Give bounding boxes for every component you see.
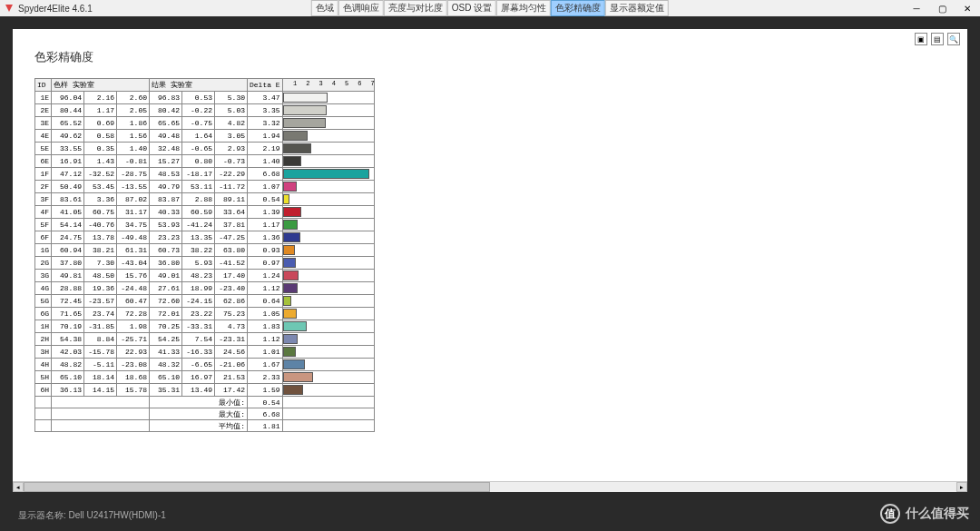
scroll-thumb[interactable] (24, 482, 490, 492)
cell-bar (282, 320, 374, 333)
delta-bar (283, 296, 291, 306)
tab-bar: 色域色调响应亮度与对比度OSD 设置屏幕均匀性色彩精确度显示器额定值 (311, 0, 669, 16)
cell-result: -18.17 (182, 168, 215, 181)
delta-bar (283, 118, 326, 128)
cell-sample: 1.56 (117, 130, 150, 143)
cell-sample: 13.78 (84, 231, 117, 244)
cell-bar (282, 155, 374, 168)
cell-sample: -5.11 (84, 359, 117, 371)
cell-result: 54.25 (150, 333, 182, 346)
scroll-track[interactable] (24, 482, 956, 492)
tool-icon-1[interactable]: ▣ (915, 33, 927, 45)
cell-result: 21.53 (215, 371, 248, 384)
cell-sample: 71.65 (52, 308, 84, 320)
summary-label: 平均值: (150, 420, 248, 432)
cell-delta: 1.17 (248, 219, 283, 231)
tab-2[interactable]: 亮度与对比度 (384, 0, 447, 16)
cell-sample: 0.69 (84, 117, 117, 130)
cell-delta: 1.24 (248, 270, 283, 282)
cell-bar (282, 371, 374, 384)
delta-bar (283, 372, 313, 382)
cell-result: -21.06 (215, 359, 248, 371)
cell-id: 5H (35, 371, 52, 384)
delta-bar (283, 309, 297, 319)
cell-sample: 65.52 (52, 117, 84, 130)
page-title: 色彩精确度 (34, 49, 953, 65)
cell-result: 65.65 (150, 117, 182, 130)
cell-sample: -0.81 (117, 155, 150, 168)
scroll-right-button[interactable]: ▸ (956, 482, 967, 492)
cell-sample: 23.74 (84, 308, 117, 320)
axis-tick: 7 (371, 80, 375, 87)
app-icon (4, 3, 15, 14)
delta-bar (283, 347, 296, 357)
cell-bar (282, 193, 374, 206)
delta-bar (283, 321, 307, 331)
cell-sample: -43.04 (117, 257, 150, 270)
cell-result: 35.31 (150, 384, 182, 397)
cell-result: 41.33 (150, 346, 182, 359)
close-button[interactable]: ✕ (955, 0, 980, 16)
table-row: 1F47.12-32.52-28.7548.53-18.17-22.296.68 (35, 168, 375, 181)
axis-tick: 2 (306, 80, 309, 87)
cell-sample: -24.48 (117, 282, 150, 295)
minimize-button[interactable]: ─ (904, 0, 929, 16)
cell-result: 33.64 (215, 206, 248, 219)
cell-sample: -13.55 (117, 181, 150, 193)
maximize-button[interactable]: ▢ (929, 0, 955, 16)
table-row: 1H70.19-31.851.9870.25-33.314.731.83 (35, 320, 375, 333)
horizontal-scrollbar[interactable]: ◂ ▸ (13, 481, 967, 492)
watermark: 值 什么值得买 (880, 504, 969, 524)
cell-sample: -23.57 (84, 295, 117, 308)
cell-sample: 48.82 (52, 359, 84, 371)
cell-sample: 34.75 (117, 219, 150, 231)
cell-sample: 1.17 (84, 104, 117, 117)
window-controls: ─ ▢ ✕ (904, 0, 980, 16)
cell-result: 16.97 (182, 371, 215, 384)
cell-delta: 1.94 (248, 130, 283, 143)
cell-sample: 1.40 (117, 143, 150, 155)
cell-delta: 6.68 (248, 168, 283, 181)
table-row: 5G72.45-23.5760.4772.60-24.1562.860.64 (35, 295, 375, 308)
cell-sample: 15.78 (117, 384, 150, 397)
cell-result: 13.49 (182, 384, 215, 397)
cell-id: 1H (35, 320, 52, 333)
zoom-icon[interactable]: 🔍 (947, 33, 960, 45)
scroll-left-button[interactable]: ◂ (13, 482, 24, 492)
cell-bar (282, 282, 374, 295)
delta-bar (283, 258, 296, 268)
cell-sample: 2.05 (117, 104, 150, 117)
summary-value: 0.54 (248, 397, 283, 408)
cell-result: 36.80 (150, 257, 182, 270)
table-row: 5H65.1018.1418.6865.1016.9721.532.33 (35, 371, 375, 384)
tool-icon-2[interactable]: ▤ (931, 33, 944, 45)
header-bar-axis: 1234567 (282, 79, 374, 92)
tab-1[interactable]: 色调响应 (338, 0, 384, 16)
cell-result: 89.11 (215, 193, 248, 206)
table-row: 2F50.4953.45-13.5549.7953.11-11.721.07 (35, 181, 375, 193)
cell-sample: -15.78 (84, 346, 117, 359)
cell-sample: 87.02 (117, 193, 150, 206)
cell-bar (282, 333, 374, 346)
delta-bar (283, 207, 301, 217)
footer: 显示器名称: Dell U2417HW(HDMI)-1 (18, 509, 166, 522)
tab-5[interactable]: 色彩精确度 (551, 0, 605, 16)
delta-bar (283, 220, 299, 230)
tab-3[interactable]: OSD 设置 (447, 0, 496, 16)
cell-delta: 1.83 (248, 320, 283, 333)
cell-result: 23.22 (182, 308, 215, 320)
cell-delta: 1.67 (248, 359, 283, 371)
tab-4[interactable]: 屏幕均匀性 (496, 0, 551, 16)
cell-bar (282, 104, 374, 117)
cell-id: 6G (35, 308, 52, 320)
table-row: 1E96.042.162.6096.830.535.303.47 (35, 92, 375, 104)
cell-sample: 38.21 (84, 244, 117, 257)
watermark-text: 什么值得买 (906, 506, 969, 522)
cell-sample: -40.76 (84, 219, 117, 231)
tab-0[interactable]: 色域 (311, 0, 338, 16)
tab-6[interactable]: 显示器额定值 (605, 0, 669, 16)
cell-result: 48.53 (150, 168, 182, 181)
delta-bar (283, 93, 328, 103)
cell-id: 6H (35, 384, 52, 397)
cell-sample: 31.17 (117, 206, 150, 219)
